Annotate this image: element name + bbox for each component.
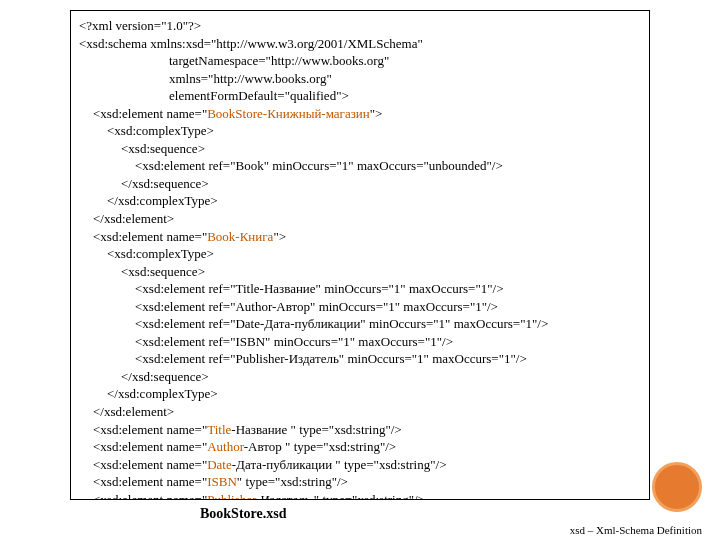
name-title: Title xyxy=(207,422,231,437)
line-schema-ns: targetNamespace="http://www.books.org" xyxy=(79,52,641,70)
line-sequence-open2: <xsd:sequence> xyxy=(79,263,641,281)
line-author-elem: <xsd:element name="Author-Автор " type="… xyxy=(79,438,641,456)
line-author-ref: <xsd:element ref="Author-Автор" minOccur… xyxy=(79,298,641,316)
name-book: Book-Книга xyxy=(207,229,273,244)
line-date-elem: <xsd:element name="Date-Дата-публикации … xyxy=(79,456,641,474)
line-title-elem: <xsd:element name="Title-Название " type… xyxy=(79,421,641,439)
line-sequence-close2: </xsd:sequence> xyxy=(79,368,641,386)
line-schema-open: <xsd:schema xmlns:xsd="http://www.w3.org… xyxy=(79,36,423,51)
line-book-ref: <xsd:element ref="Book" minOccurs="1" ma… xyxy=(79,157,641,175)
line-publisher-ref: <xsd:element ref="Publisher-Издатель" mi… xyxy=(79,350,641,368)
line-publisher-elem: <xsd:element name="Publisher-Издатель " … xyxy=(79,491,641,500)
decorative-circle-icon xyxy=(652,462,702,512)
name-publisher: Publisher xyxy=(207,492,256,500)
line-schema-xmlns: xmlns="http://www.books.org" xyxy=(79,70,641,88)
name-bookstore: BookStore-Книжный-магазин xyxy=(207,106,370,121)
code-box: <?xml version="1.0"?> <xsd:schema xmlns:… xyxy=(70,10,650,500)
line-complextype-open: <xsd:complexType> xyxy=(79,122,641,140)
caption: BookStore.xsd xyxy=(200,506,286,522)
line-element-close2: </xsd:element> xyxy=(79,403,641,421)
line-book-elem: <xsd:element name="Book-Книга"> xyxy=(79,228,641,246)
line-complextype-close: </xsd:complexType> xyxy=(79,192,641,210)
name-date: Date xyxy=(207,457,232,472)
name-isbn: ISBN xyxy=(207,474,237,489)
line-bookstore-elem: <xsd:element name="BookStore-Книжный-маг… xyxy=(79,105,641,123)
name-author: Author xyxy=(207,439,244,454)
line-element-close: </xsd:element> xyxy=(79,210,641,228)
line-title-ref: <xsd:element ref="Title-Название" minOcc… xyxy=(79,280,641,298)
line-sequence-close: </xsd:sequence> xyxy=(79,175,641,193)
line-isbn-elem: <xsd:element name="ISBN" type="xsd:strin… xyxy=(79,473,641,491)
footnote: xsd – Xml-Schema Definition xyxy=(570,524,702,536)
line-complextype-close2: </xsd:complexType> xyxy=(79,385,641,403)
line-sequence-open: <xsd:sequence> xyxy=(79,140,641,158)
line-complextype-open2: <xsd:complexType> xyxy=(79,245,641,263)
line-schema-efd: elementFormDefault="qualified"> xyxy=(79,87,641,105)
line-xml-decl: <?xml version="1.0"?> xyxy=(79,18,201,33)
line-isbn-ref: <xsd:element ref="ISBN" minOccurs="1" ma… xyxy=(79,333,641,351)
line-date-ref: <xsd:element ref="Date-Дата-публикации" … xyxy=(79,315,641,333)
